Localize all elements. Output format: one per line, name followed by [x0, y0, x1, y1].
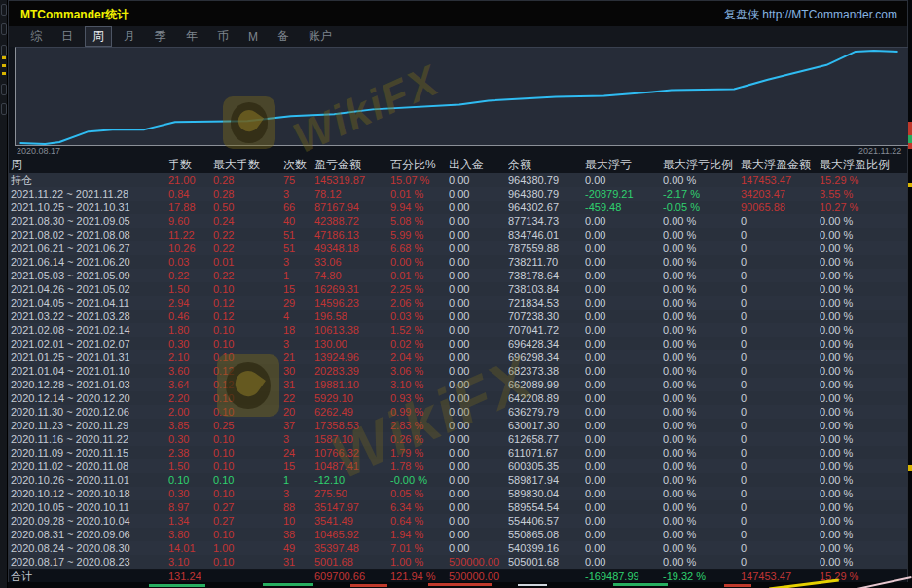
value-cell: 0.10	[168, 474, 213, 486]
value-cell: 47186.13	[314, 229, 390, 240]
table-row[interactable]: 2020.08.17 ~ 2020.08.233.100.10315001.68…	[9, 555, 907, 569]
table-row[interactable]: 2021.02.01 ~ 2021.02.070.300.103130.000.…	[9, 337, 907, 350]
value-cell: 22	[283, 392, 314, 404]
table-row[interactable]: 2021.10.25 ~ 2021.10.3117.880.506687167.…	[9, 201, 907, 214]
value-cell: 90065.88	[741, 202, 820, 213]
value-cell-total: 609700.66	[314, 570, 390, 582]
menu-item-4[interactable]: 月	[116, 26, 143, 47]
period-cell: 2020.11.09 ~ 2020.11.15	[11, 447, 168, 459]
value-cell: 2.06 %	[390, 297, 449, 309]
column-header[interactable]: 最大浮亏比例	[663, 157, 741, 173]
value-cell: 0.00	[585, 501, 663, 513]
value-cell: 0	[741, 488, 820, 499]
menu-item-10[interactable]: 账户	[301, 26, 340, 47]
value-cell: 0.10	[213, 324, 283, 336]
background-candle-mark	[908, 143, 912, 149]
value-cell: 0.00	[449, 529, 508, 540]
background-fragment	[149, 584, 205, 587]
table-row[interactable]: 2021.06.14 ~ 2021.06.200.030.01333.060.0…	[9, 255, 907, 269]
value-cell: 0.00	[449, 324, 508, 336]
value-cell: 0.00	[585, 488, 663, 499]
table-row[interactable]: 2020.11.09 ~ 2020.11.152.380.102410766.3…	[9, 446, 907, 459]
column-header[interactable]: 最大浮盈金额	[741, 157, 820, 173]
period-cell: 2020.09.28 ~ 2020.10.04	[11, 515, 168, 527]
brand-link[interactable]: 复盘侠 http://MTCommander.com	[724, 7, 897, 23]
menu-item-7[interactable]: 币	[209, 26, 237, 47]
table-row[interactable]: 2021.08.30 ~ 2021.09.059.600.244042388.7…	[9, 214, 907, 228]
column-header[interactable]: 出入金	[449, 157, 508, 173]
value-cell: 6.68 %	[390, 242, 449, 254]
value-cell-total: -19.32 %	[663, 570, 741, 582]
column-header[interactable]: 最大浮亏	[585, 157, 663, 173]
value-cell: 0.00	[585, 365, 663, 377]
table-row[interactable]: 2021.03.22 ~ 2021.03.280.460.124196.580.…	[9, 310, 907, 323]
value-cell: 0.00 %	[663, 515, 741, 527]
value-cell: 0.00	[449, 501, 508, 513]
table-header-row: 周手数最大手数次数盈亏金额百分比%出入金余额最大浮亏最大浮亏比例最大浮盈金额最大…	[9, 157, 907, 172]
value-cell: 1	[283, 270, 314, 281]
table-row[interactable]: 2021.08.02 ~ 2021.08.0811.220.225147186.…	[9, 228, 907, 241]
value-cell: 0.00 %	[820, 406, 909, 418]
value-cell: 0.00 %	[820, 447, 909, 459]
column-header[interactable]: 次数	[283, 157, 314, 173]
table-row[interactable]: 2021.04.05 ~ 2021.04.112.940.122914596.2…	[9, 296, 907, 310]
table-row[interactable]: 2020.08.31 ~ 2020.09.063.800.103810465.9…	[9, 528, 907, 541]
menu-item-1[interactable]: 综	[22, 26, 50, 47]
menu-item-9[interactable]: 备	[270, 26, 297, 47]
value-cell: 0	[741, 379, 820, 390]
column-header[interactable]: 盈亏金额	[314, 157, 390, 173]
table-row[interactable]: 2020.10.26 ~ 2020.11.010.100.101-12.10-0…	[9, 473, 907, 487]
menu-item-2[interactable]: 日	[54, 26, 81, 47]
menu-item-3[interactable]: 周	[85, 26, 112, 47]
menu-item-5[interactable]: 季	[147, 26, 174, 47]
table-row[interactable]: 2021.02.08 ~ 2021.02.141.800.101810613.3…	[9, 323, 907, 337]
table-row[interactable]: 2020.10.05 ~ 2020.10.118.970.278835147.9…	[9, 500, 907, 514]
stats-window: MTCommander统计 复盘侠 http://MTCommander.com…	[8, 0, 908, 582]
value-cell: 0.00	[585, 338, 663, 349]
table-row[interactable]: 2021.05.03 ~ 2021.05.090.220.22174.800.0…	[9, 269, 907, 282]
background-fragment	[518, 584, 547, 586]
value-cell: 10.27 %	[820, 202, 909, 213]
value-cell: 505001.68	[508, 556, 585, 568]
table-row[interactable]: 2020.10.12 ~ 2020.10.180.300.103275.500.…	[9, 487, 907, 500]
table-row[interactable]: 2020.08.24 ~ 2020.08.3014.011.004935397.…	[9, 541, 907, 555]
column-header[interactable]: 周	[11, 157, 168, 173]
table-row[interactable]: 2020.11.02 ~ 2020.11.081.500.101510487.4…	[9, 459, 907, 473]
value-cell: 0.00 %	[663, 283, 741, 295]
column-header[interactable]: 最大手数	[213, 157, 283, 173]
table-row[interactable]: 2021.01.25 ~ 2021.01.312.100.102113924.9…	[9, 350, 907, 364]
table-total-row[interactable]: 合计131.24609700.66121.94 %500000.00-16948…	[9, 570, 907, 583]
value-cell: 0.00 %	[820, 556, 909, 568]
value-cell: 0.01 %	[390, 188, 449, 200]
menu-item-6[interactable]: 年	[178, 26, 205, 47]
table-row[interactable]: 2021.06.21 ~ 2021.06.2710.260.225149348.…	[9, 241, 907, 255]
column-header[interactable]: 手数	[168, 157, 213, 173]
column-header[interactable]: 最大浮盈比例	[820, 157, 909, 173]
value-cell: 0.10	[213, 474, 283, 486]
value-cell: 0.00	[585, 542, 663, 554]
column-header[interactable]: 百分比%	[390, 157, 449, 173]
value-cell: 0.00	[449, 460, 508, 472]
value-cell: 4	[283, 311, 314, 322]
value-cell: 0.00 %	[820, 256, 909, 268]
value-cell: 0.00 %	[820, 433, 909, 445]
value-cell: 0	[741, 229, 820, 240]
value-cell: 3	[283, 256, 314, 268]
value-cell: 0.03	[168, 256, 213, 268]
background-toolbar-button	[1, 23, 7, 35]
value-cell: 0.00	[449, 338, 508, 349]
period-cell: 2021.10.25 ~ 2021.10.31	[11, 202, 168, 213]
value-cell: 15	[283, 283, 314, 295]
value-cell: 34203.47	[741, 188, 820, 200]
table-row[interactable]: 持仓21.000.2875145319.8715.07 %0.00964380.…	[9, 173, 907, 187]
title-bar[interactable]: MTCommander统计 复盘侠 http://MTCommander.com	[9, 1, 907, 26]
background-left-toolbar	[0, 0, 8, 588]
table-row[interactable]: 2020.09.28 ~ 2020.10.041.340.27103541.49…	[9, 514, 907, 528]
value-cell: 0.00 %	[820, 311, 909, 322]
table-row[interactable]: 2021.04.26 ~ 2021.05.021.500.101516269.3…	[9, 282, 907, 296]
table-row[interactable]: 2021.11.22 ~ 2021.11.280.840.28378.120.0…	[9, 187, 907, 201]
menu-item-8[interactable]: M	[240, 28, 266, 46]
value-cell: 0.12	[213, 297, 283, 309]
value-cell: 0.64 %	[390, 515, 449, 527]
column-header[interactable]: 余额	[508, 157, 585, 173]
